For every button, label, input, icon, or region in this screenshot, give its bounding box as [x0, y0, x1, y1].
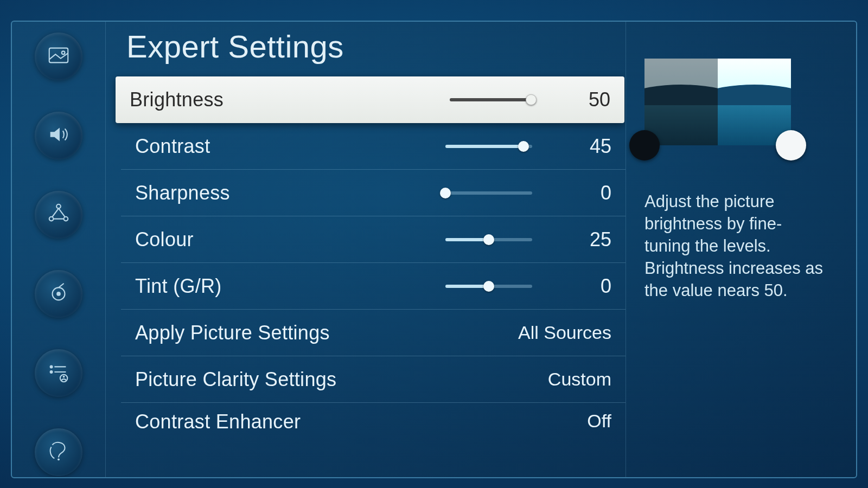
svg-point-10: [63, 376, 65, 378]
setting-row-contrast[interactable]: Contrast45: [121, 123, 626, 170]
setting-label: Brightness: [130, 88, 450, 111]
settings-panel: Expert Settings Brightness50Contrast45Sh…: [105, 22, 626, 477]
setting-row-sharpness[interactable]: Sharpness0: [121, 170, 626, 216]
setting-row-tint[interactable]: Tint (G/R)0: [121, 263, 626, 310]
setting-option-value: Custom: [470, 369, 611, 390]
setting-label: Tint (G/R): [135, 275, 445, 298]
setting-label: Picture Clarity Settings: [135, 368, 470, 391]
list-icon: [46, 359, 71, 387]
brightness-slider[interactable]: [450, 98, 531, 101]
svg-point-6: [56, 292, 61, 296]
sidebar-item-sound[interactable]: [35, 112, 82, 159]
broadcast-icon: [46, 280, 71, 307]
setting-option-value: All Sources: [470, 322, 611, 343]
sidebar: [12, 22, 105, 477]
svg-point-7: [50, 366, 53, 368]
contrast-slider[interactable]: [445, 145, 532, 148]
setting-description: Adjust the picture brightness by fine-tu…: [644, 191, 824, 302]
setting-value: 0: [564, 275, 611, 298]
svg-point-11: [58, 458, 60, 460]
info-panel: Adjust the picture brightness by fine-tu…: [626, 22, 856, 477]
colour-slider[interactable]: [445, 238, 532, 241]
support-icon: [46, 439, 71, 466]
setting-label: Sharpness: [135, 182, 445, 204]
sidebar-item-general[interactable]: [35, 191, 82, 239]
setting-value: 0: [564, 182, 611, 204]
preview-dark-icon: [629, 130, 660, 160]
svg-point-3: [49, 217, 54, 221]
setting-row-brightness[interactable]: Brightness50: [116, 76, 624, 123]
svg-point-4: [64, 217, 68, 221]
network-icon: [46, 201, 71, 228]
setting-label: Colour: [135, 228, 445, 251]
setting-value: 25: [564, 228, 611, 251]
page-title: Expert Settings: [126, 28, 626, 65]
sidebar-item-accessibility[interactable]: [35, 349, 82, 397]
svg-point-2: [56, 204, 61, 209]
setting-value: 45: [564, 135, 611, 158]
setting-row-colour[interactable]: Colour25: [121, 216, 626, 263]
tint-slider[interactable]: [445, 285, 532, 288]
brightness-preview: [644, 59, 791, 145]
preview-light-icon: [776, 130, 806, 160]
picture-icon: [46, 43, 71, 70]
setting-value: 50: [563, 88, 610, 111]
sidebar-item-support[interactable]: [35, 428, 82, 476]
svg-point-1: [62, 51, 65, 54]
setting-option-value: Off: [470, 410, 611, 432]
sidebar-item-picture[interactable]: [35, 33, 82, 80]
sidebar-item-broadcast[interactable]: [35, 270, 82, 318]
sound-icon: [46, 122, 71, 149]
setting-label: Contrast: [135, 135, 445, 158]
setting-label: Apply Picture Settings: [135, 322, 470, 344]
setting-row-apply[interactable]: Apply Picture SettingsAll Sources: [121, 310, 626, 356]
svg-point-8: [50, 371, 53, 373]
setting-row-clarity[interactable]: Picture Clarity SettingsCustom: [121, 356, 626, 403]
setting-row-enhancer[interactable]: Contrast EnhancerOff: [121, 403, 626, 432]
sharpness-slider[interactable]: [445, 191, 532, 195]
setting-label: Contrast Enhancer: [135, 410, 470, 432]
